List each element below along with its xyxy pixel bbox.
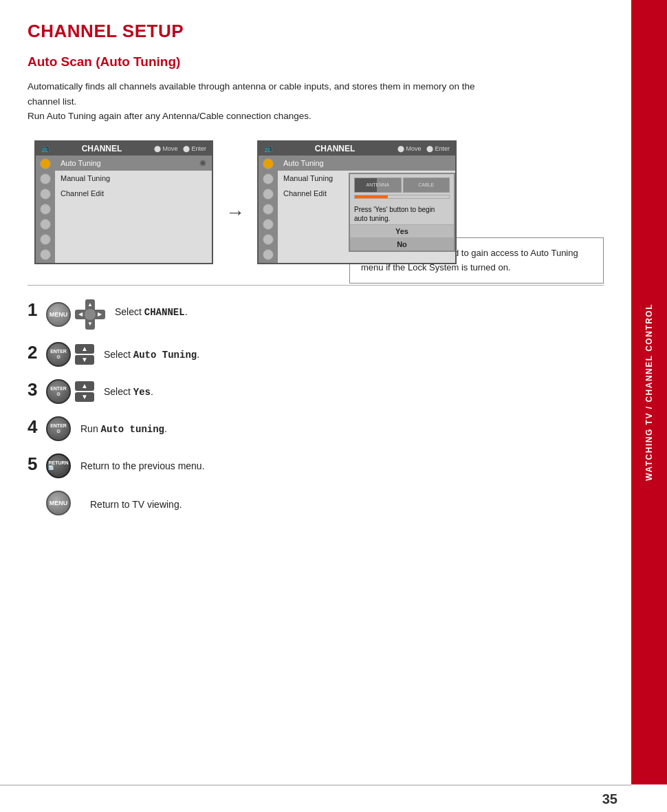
tv-menu-1-header: 📺 CHANNEL ⬤ Move ⬤ Enter bbox=[36, 142, 212, 156]
updown-3: ▲ ▼ bbox=[75, 381, 94, 402]
updown-2: ▲ ▼ bbox=[75, 344, 94, 365]
tv-menu-1-items: Auto Tuning Manual Tuning Channel Edit bbox=[55, 156, 212, 263]
enter-button-2-label: ENTER⊙ bbox=[50, 349, 67, 359]
up-arrow-2[interactable]: ▲ bbox=[75, 344, 94, 354]
step-4-pre: Run bbox=[80, 423, 101, 434]
menu2-item-auto-tuning-label: Auto Tuning bbox=[283, 159, 324, 167]
bottom-bar: 35 bbox=[0, 784, 631, 812]
step-5-number: 5 bbox=[28, 455, 43, 473]
enter-button-4-label: ENTER⊙ bbox=[50, 423, 67, 434]
dpad-1-center bbox=[85, 309, 96, 320]
icon-1 bbox=[40, 158, 51, 169]
tv-menu-1-body: Auto Tuning Manual Tuning Channel Edit bbox=[36, 156, 212, 263]
menu-button-return-label: MENU bbox=[50, 500, 68, 506]
menu-item-channel-edit-label: Channel Edit bbox=[61, 189, 104, 197]
menu-return-buttons: MENU bbox=[46, 491, 80, 515]
icon-2-3 bbox=[263, 189, 274, 200]
menu2-item-auto-tuning[interactable]: Auto Tuning bbox=[278, 156, 455, 171]
tv-menu-2-controls: ⬤ Move ⬤ Enter bbox=[397, 145, 450, 152]
icon-7 bbox=[40, 249, 51, 260]
popup-yes-btn[interactable]: Yes bbox=[350, 224, 454, 237]
enter-button-3[interactable]: ENTER⊙ bbox=[46, 379, 71, 404]
steps-right: A password is required to gain access to… bbox=[349, 299, 604, 525]
menu2-item-channel-edit-label: Channel Edit bbox=[283, 189, 327, 197]
step-3-bold: Yes bbox=[133, 387, 151, 398]
step-4-text: Run Auto tuning. bbox=[80, 416, 167, 437]
tv-menu-1-title: CHANNEL bbox=[82, 144, 122, 153]
down-arrow-3[interactable]: ▼ bbox=[75, 392, 94, 402]
step-4-post: . bbox=[164, 423, 167, 434]
icon-3 bbox=[40, 189, 51, 200]
up-arrow-3[interactable]: ▲ bbox=[75, 381, 94, 391]
tv-menu-2-title: CHANNEL bbox=[315, 144, 356, 153]
dpad-1-down[interactable]: ▼ bbox=[85, 319, 95, 330]
return-button[interactable]: RETURN🔃 bbox=[46, 453, 71, 478]
dpad-1-right[interactable]: ▶ bbox=[94, 310, 105, 319]
menu-item-manual-tuning-label: Manual Tuning bbox=[61, 174, 110, 182]
tv-menu-2-icon: 📺 bbox=[264, 145, 272, 152]
enter-button-4[interactable]: ENTER⊙ bbox=[46, 416, 71, 441]
page-number: 35 bbox=[602, 791, 617, 807]
sidebar-label: WATCHING TV / CHANNEL CONTROL bbox=[644, 303, 654, 481]
icon-2-1 bbox=[263, 158, 274, 169]
step-1-post: . bbox=[185, 306, 188, 317]
page-title: CHANNEL SETUP bbox=[28, 21, 604, 42]
icon-2-7 bbox=[263, 249, 274, 260]
menu-return-text: Return to TV viewing. bbox=[90, 493, 182, 512]
menu-button-1-label: MENU bbox=[50, 311, 68, 318]
icon-2 bbox=[40, 173, 51, 184]
dpad-1[interactable]: ▲ ▼ ◀ ▶ bbox=[75, 299, 105, 330]
step-4-buttons: ENTER⊙ bbox=[46, 416, 71, 441]
menu-button-1[interactable]: MENU bbox=[46, 302, 71, 327]
menu-item-auto-tuning[interactable]: Auto Tuning bbox=[55, 156, 212, 171]
step-4-number: 4 bbox=[28, 418, 43, 436]
enter-button-2[interactable]: ENTER⊙ bbox=[46, 342, 71, 367]
desc-line3: Run Auto Tuning again after any Antenna/… bbox=[28, 111, 311, 121]
step-1: 1 MENU ▲ ▼ ◀ ▶ Select CHANNEL. bbox=[28, 299, 336, 330]
menu-item-manual-tuning[interactable]: Manual Tuning bbox=[55, 171, 212, 186]
step-2-post: . bbox=[197, 349, 199, 360]
tv-menu-1: 📺 CHANNEL ⬤ Move ⬤ Enter bbox=[34, 140, 213, 264]
tv-menu-1-icon: 📺 bbox=[41, 145, 50, 152]
menu2-item-manual-tuning-label: Manual Tuning bbox=[283, 174, 333, 182]
tv-menu-1-controls: ⬤ Move ⬤ Enter bbox=[154, 145, 206, 152]
steps-left: 1 MENU ▲ ▼ ◀ ▶ Select CHANNEL. bbox=[28, 299, 336, 525]
menu-item-auto-tuning-label: Auto Tuning bbox=[61, 159, 101, 167]
tv-menu-2-icons bbox=[259, 156, 278, 263]
icon-6 bbox=[40, 234, 51, 245]
tv-menu-2-header: 📺 CHANNEL ⬤ Move ⬤ Enter bbox=[259, 142, 455, 156]
step-3-buttons: ENTER⊙ ▲ ▼ bbox=[46, 379, 94, 404]
popup-text: Press 'Yes' button to begin auto tuning. bbox=[350, 202, 454, 224]
step-3-number: 3 bbox=[28, 381, 43, 398]
auto-tuning-radio bbox=[199, 160, 206, 167]
desc-line2: channel list. bbox=[28, 96, 76, 107]
section-divider bbox=[28, 285, 604, 286]
step-2-text: Select Auto Tuning. bbox=[104, 342, 199, 363]
steps-and-note: 1 MENU ▲ ▼ ◀ ▶ Select CHANNEL. bbox=[28, 299, 604, 525]
tv-menu-1-icons bbox=[36, 156, 55, 263]
enter-button-3-label: ENTER⊙ bbox=[50, 386, 67, 396]
main-content: CHANNEL SETUP Auto Scan (Auto Tuning) Au… bbox=[0, 0, 631, 784]
step-1-pre: Select bbox=[115, 306, 144, 317]
icon-5 bbox=[40, 219, 51, 230]
step-1-number: 1 bbox=[28, 301, 43, 319]
down-arrow-2[interactable]: ▼ bbox=[75, 355, 94, 365]
menu-button-return[interactable]: MENU bbox=[46, 491, 71, 515]
step-3-post: . bbox=[151, 386, 153, 397]
popup-no-btn[interactable]: No bbox=[350, 237, 454, 250]
step-2: 2 ENTER⊙ ▲ ▼ Select Auto Tuning. bbox=[28, 342, 336, 367]
section-title: Auto Scan (Auto Tuning) bbox=[28, 54, 604, 70]
desc-line1: Automatically finds all channels availab… bbox=[28, 81, 475, 92]
step-2-buttons: ENTER⊙ ▲ ▼ bbox=[46, 342, 94, 367]
arrow-icon: → bbox=[226, 181, 245, 224]
menu-return-step: MENU Return to TV viewing. bbox=[46, 491, 336, 515]
icon-2-5 bbox=[263, 219, 274, 230]
step-3: 3 ENTER⊙ ▲ ▼ Select Yes. bbox=[28, 379, 336, 404]
tv-menu-2-items: Auto Tuning Manual Tuning Channel Edit bbox=[278, 156, 455, 263]
description: Automatically finds all channels availab… bbox=[28, 79, 604, 124]
step-5-text: Return to the previous menu. bbox=[80, 453, 205, 473]
step-3-pre: Select bbox=[104, 386, 133, 397]
step-5: 5 RETURN🔃 Return to the previous menu. bbox=[28, 453, 336, 478]
icon-4 bbox=[40, 204, 51, 215]
menu-item-channel-edit[interactable]: Channel Edit bbox=[55, 186, 212, 201]
